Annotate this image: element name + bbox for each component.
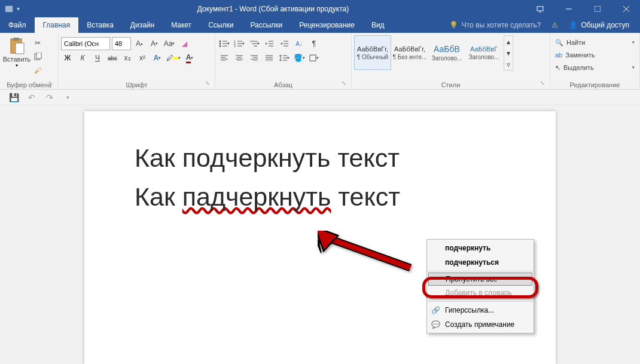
styles-dialog-launcher[interactable]: ⤡ — [540, 80, 547, 87]
styles-more[interactable]: ▿ — [504, 59, 513, 70]
bold-button[interactable]: Ж — [61, 51, 74, 65]
align-center-icon — [236, 55, 243, 61]
sort-button[interactable]: A↓ — [292, 37, 306, 50]
paste-button[interactable]: Вставить ▾ — [2, 34, 31, 77]
superscript-button[interactable]: x² — [136, 51, 149, 65]
multilevel-list-button[interactable]: ▾ — [248, 37, 261, 50]
increase-font-button[interactable]: A▴ — [133, 37, 146, 50]
quick-access-dropdown[interactable]: ▾ — [17, 5, 20, 12]
suggestion-2[interactable]: подчеркнуться — [427, 255, 534, 270]
suggestion-1[interactable]: подчеркнуть — [427, 241, 534, 255]
undo-button[interactable]: ↶ — [26, 92, 37, 103]
comment-icon: 💬 — [431, 320, 440, 329]
find-button[interactable]: 🔍Найти▾ — [553, 36, 637, 48]
tab-file[interactable]: Файл — [0, 17, 35, 33]
style-no-spacing[interactable]: АаБбВвГг, ¶ Без инте... — [391, 35, 428, 70]
subscript-button[interactable]: x₂ — [121, 51, 134, 65]
eraser-icon: ◢ — [182, 39, 187, 48]
show-marks-button[interactable]: ¶ — [307, 37, 321, 50]
font-color-button[interactable]: A▾ — [183, 51, 196, 65]
style-heading2[interactable]: АаБбВвГ Заголово... — [465, 35, 502, 70]
align-left-button[interactable] — [218, 51, 231, 65]
tell-me-search[interactable]: 💡 Что вы хотите сделать? — [449, 21, 541, 29]
italic-button[interactable]: К — [76, 51, 89, 65]
clear-formatting-button[interactable]: ◢ — [178, 37, 191, 50]
tab-insert[interactable]: Вставка — [78, 17, 122, 33]
tab-mailings[interactable]: Рассылки — [242, 17, 291, 33]
style-heading1[interactable]: АаБбВ Заголово... — [428, 35, 465, 70]
title-bar: ▾ Документ1 - Word (Сбой активации проду… — [0, 0, 640, 17]
shading-button[interactable]: 🪣▾ — [292, 51, 306, 65]
line-spacing-button[interactable]: ▾ — [278, 51, 291, 65]
maximize-button[interactable] — [584, 0, 611, 17]
ignore-all-item[interactable]: Пропустить все — [428, 273, 532, 286]
decrease-font-button[interactable]: A▾ — [148, 37, 161, 50]
select-button[interactable]: ↖Выделить▾ — [553, 62, 637, 74]
editing-group-label: Редактирование — [550, 81, 639, 88]
ribbon-group-paragraph: ▾ 123▾ ▾ A↓ ¶ ▾ 🪣▾ ▾ Абзац ⤡ — [215, 33, 352, 89]
minimize-button[interactable] — [555, 0, 583, 17]
style-normal[interactable]: АаБбВвГг, ¶ Обычный — [354, 35, 391, 70]
close-button[interactable] — [612, 0, 640, 17]
svg-marker-53 — [318, 231, 338, 251]
cut-button[interactable]: ✂ — [31, 36, 44, 50]
clipboard-dialog-launcher[interactable]: ⤡ — [48, 80, 56, 87]
misspelled-word[interactable]: падчеркнуть — [182, 182, 331, 211]
underline-button[interactable]: Ч — [91, 51, 104, 65]
tab-home[interactable]: Главная — [35, 17, 79, 33]
replace-label: Заменить — [565, 51, 595, 59]
change-case-button[interactable]: Aa▾ — [163, 37, 176, 50]
paragraph-dialog-launcher[interactable]: ⤡ — [342, 80, 349, 87]
svg-marker-52 — [318, 231, 334, 255]
document-page[interactable]: Как подчеркнуть текст Как падчеркнуть те… — [84, 111, 556, 364]
add-to-dictionary-item: Добавить в словарь — [427, 286, 534, 300]
tab-view[interactable]: Вид — [363, 17, 393, 33]
svg-text:3: 3 — [234, 44, 236, 47]
increase-indent-button[interactable] — [278, 37, 291, 50]
save-button[interactable]: 💾 — [8, 92, 19, 103]
svg-rect-51 — [310, 55, 316, 61]
ribbon-group-editing: 🔍Найти▾ abЗаменить ↖Выделить▾ Редактиров… — [550, 33, 640, 89]
font-size-combo[interactable]: 48 — [112, 37, 131, 50]
hyperlink-item[interactable]: 🔗Гиперссылка... — [427, 303, 534, 317]
tab-review[interactable]: Рецензирование — [291, 17, 363, 33]
font-name-combo[interactable]: Calibri (Осн — [61, 37, 110, 50]
highlight-button[interactable]: 🖊▾ — [166, 51, 181, 65]
copy-icon — [33, 53, 42, 61]
strikethrough-button[interactable]: abc — [106, 51, 119, 65]
copy-button[interactable] — [31, 50, 44, 63]
tab-layout[interactable]: Макет — [163, 17, 200, 33]
align-left-icon — [221, 55, 228, 61]
borders-button[interactable]: ▾ — [307, 51, 321, 65]
new-comment-label: Создать примечание — [445, 320, 514, 329]
svg-rect-0 — [5, 5, 13, 12]
ribbon-group-clipboard: Вставить ▾ ✂ 🖌 Буфер обмена ⤡ — [0, 33, 59, 89]
redo-button[interactable]: ↷ — [44, 92, 55, 103]
document-line-2[interactable]: Как падчеркнуть текст — [135, 178, 505, 216]
new-comment-item[interactable]: 💬Создать примечание — [427, 317, 534, 332]
quick-access-bar: 💾 ↶ ↷ ▾ — [0, 90, 640, 105]
font-dialog-launcher[interactable]: ⤡ — [205, 80, 212, 87]
ribbon-display-options[interactable] — [526, 0, 554, 17]
replace-button[interactable]: abЗаменить — [553, 49, 637, 61]
share-button[interactable]: 👤 Общий доступ — [569, 21, 629, 29]
tab-design[interactable]: Дизайн — [122, 17, 163, 33]
document-line-1[interactable]: Как подчеркнуть текст — [135, 139, 505, 178]
paste-label: Вставить — [3, 56, 31, 63]
customize-qa[interactable]: ▾ — [62, 92, 73, 103]
font-group-label: Шрифт — [59, 81, 215, 88]
warning-icon[interactable]: ⚠ — [551, 21, 558, 29]
hyperlink-label: Гиперссылка... — [445, 306, 494, 314]
decrease-indent-button[interactable] — [263, 37, 276, 50]
tab-references[interactable]: Ссылки — [200, 17, 242, 33]
bullet-list-icon — [219, 40, 227, 47]
styles-scroll-down[interactable]: ▾ — [504, 47, 513, 59]
numbering-button[interactable]: 123▾ — [233, 37, 246, 50]
justify-button[interactable] — [263, 51, 276, 65]
align-center-button[interactable] — [233, 51, 246, 65]
text-effects-button[interactable]: A▾ — [151, 51, 164, 65]
styles-scroll-up[interactable]: ▴ — [504, 36, 513, 47]
align-right-button[interactable] — [248, 51, 261, 65]
format-painter-button[interactable]: 🖌 — [31, 64, 44, 77]
bullets-button[interactable]: ▾ — [218, 37, 231, 50]
